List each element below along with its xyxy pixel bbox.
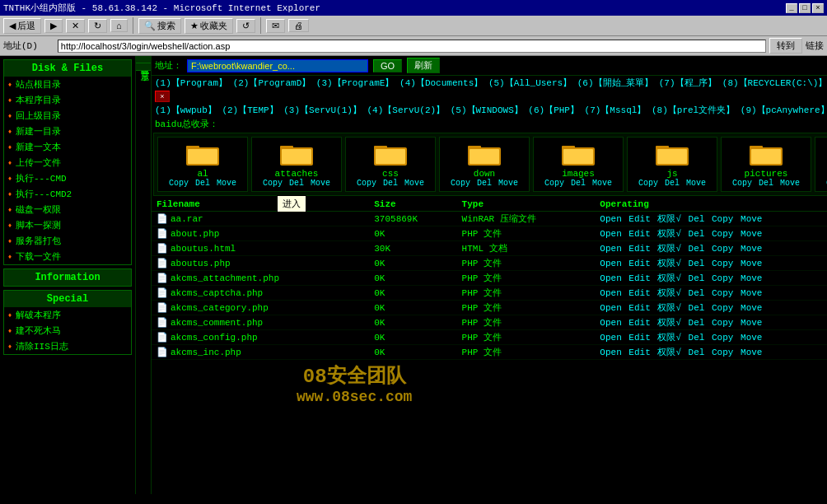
disk-files-title[interactable]: Disk & Files (4, 60, 131, 77)
folder-al[interactable]: al Copy Del Move (157, 137, 248, 192)
file-op-Open[interactable]: Open (600, 214, 621, 224)
bm1-4[interactable]: (4)【Documents】 (399, 78, 483, 88)
file-op-权限√[interactable]: 权限√ (657, 214, 681, 224)
file-op-Copy[interactable]: Copy (712, 244, 733, 254)
file-name[interactable]: akcms_attachment.php (171, 273, 279, 283)
file-op-Copy[interactable]: Copy (712, 229, 733, 239)
move-images[interactable]: Move (592, 179, 612, 188)
hide-tab[interactable]: 隐藏 (136, 56, 151, 63)
file-op-Open[interactable]: Open (600, 259, 621, 268)
folder-previews[interactable]: previews Copy Del Move (815, 137, 827, 192)
home-button[interactable]: ⌂ (110, 19, 128, 32)
move-pictures[interactable]: Move (780, 179, 800, 188)
bm1-7[interactable]: (7)【程_序】 (659, 78, 717, 88)
file-name[interactable]: aboutus.html (171, 244, 236, 254)
sidebar-item-permissions[interactable]: ⬧ 磁盘一权限 (4, 202, 131, 217)
file-op-Edit[interactable]: Edit (628, 273, 650, 283)
bm2-8[interactable]: (8)【prel文件夹】 (652, 105, 735, 115)
file-op-Move[interactable]: Move (741, 318, 762, 328)
del-images[interactable]: Del (571, 179, 586, 188)
sidebar-item-cmd[interactable]: ⬧ 执行---CMD (4, 170, 131, 186)
file-op-权限√[interactable]: 权限√ (657, 259, 681, 268)
copy-al[interactable]: Copy (169, 179, 189, 188)
stop-button[interactable]: ✕ (66, 19, 85, 33)
file-name[interactable]: akcms_inc.php (171, 348, 241, 357)
move-down[interactable]: Move (498, 179, 518, 188)
move-attaches[interactable]: Move (311, 179, 330, 188)
sidebar-item-cmd2[interactable]: ⬧ 执行---CMD2 (4, 186, 131, 202)
file-op-Open[interactable]: Open (600, 333, 621, 343)
file-op-Move[interactable]: Move (741, 259, 762, 268)
file-op-Open[interactable]: Open (600, 348, 621, 357)
move-css[interactable]: Move (404, 179, 424, 188)
folder-attaches[interactable]: attaches Copy Del Move 进入 (251, 137, 342, 192)
search-button[interactable]: 🔍 搜索 (138, 18, 181, 34)
file-op-Open[interactable]: Open (600, 318, 621, 328)
del-down[interactable]: Del (477, 179, 492, 188)
file-op-Open[interactable]: Open (600, 273, 621, 283)
file-op-权限√[interactable]: 权限√ (657, 333, 681, 343)
information-title[interactable]: Information (4, 269, 131, 286)
file-op-Edit[interactable]: Edit (628, 229, 650, 239)
file-op-Copy[interactable]: Copy (712, 318, 733, 328)
minimize-button[interactable]: _ (786, 3, 797, 13)
sidebar-item-program-dir[interactable]: ⬧ 本程序目录 (4, 92, 131, 108)
sidebar-item-trojan[interactable]: ⬧ 建不死木马 (4, 323, 131, 338)
file-op-Copy[interactable]: Copy (712, 288, 733, 298)
file-op-Open[interactable]: Open (600, 229, 621, 239)
del-pictures[interactable]: Del (759, 179, 773, 188)
move-js[interactable]: Move (686, 179, 706, 188)
bm1-5[interactable]: (5)【All_Users】 (488, 78, 572, 88)
copy-js[interactable]: Copy (638, 179, 658, 188)
sidebar-item-new-text[interactable]: ⬧ 新建一文本 (4, 139, 131, 155)
file-name[interactable]: akcms_config.php (171, 333, 258, 343)
file-op-Del[interactable]: Del (689, 288, 705, 298)
file-op-Copy[interactable]: Copy (712, 259, 733, 268)
sidebar-item-pack[interactable]: ⬧ 服务器打包 (4, 233, 131, 249)
back-button[interactable]: ◀ 后退 (3, 18, 41, 34)
bm1-3[interactable]: (3)【ProgramE】 (316, 78, 395, 88)
copy-pictures[interactable]: Copy (732, 179, 752, 188)
file-op-Move[interactable]: Move (741, 303, 762, 313)
refresh-button[interactable]: ↻ (88, 19, 107, 33)
file-op-权限√[interactable]: 权限√ (657, 244, 681, 254)
del-al[interactable]: Del (195, 179, 210, 188)
copy-css[interactable]: Copy (357, 179, 376, 188)
copy-down[interactable]: Copy (451, 179, 470, 188)
file-op-Del[interactable]: Del (689, 333, 705, 343)
close-button[interactable]: × (812, 3, 824, 13)
bm1-8[interactable]: (8)【RECYCLER(C:\)】 (722, 78, 827, 88)
bm2-2[interactable]: (2)【TEMP】 (222, 105, 278, 115)
file-op-Open[interactable]: Open (600, 288, 621, 298)
file-op-权限√[interactable]: 权限√ (657, 303, 681, 313)
del-css[interactable]: Del (383, 179, 398, 188)
file-op-权限√[interactable]: 权限√ (657, 318, 681, 328)
bm2-3[interactable]: (3)【ServU(1)】 (283, 105, 362, 115)
file-op-Copy[interactable]: Copy (712, 303, 733, 313)
stop-button-2[interactable]: × (155, 91, 170, 102)
move-al[interactable]: Move (217, 179, 236, 188)
file-op-Edit[interactable]: Edit (628, 333, 650, 343)
file-op-Del[interactable]: Del (689, 273, 705, 283)
copy-images[interactable]: Copy (544, 179, 564, 188)
forward-button[interactable]: ▶ (44, 19, 63, 33)
file-op-Edit[interactable]: Edit (628, 259, 650, 268)
file-op-Copy[interactable]: Copy (712, 214, 733, 224)
maximize-button[interactable]: □ (799, 3, 811, 13)
file-op-Del[interactable]: Del (689, 244, 705, 254)
copy-attaches[interactable]: Copy (263, 179, 283, 188)
file-op-Open[interactable]: Open (600, 244, 621, 254)
address-input[interactable] (58, 40, 766, 53)
favorites-button[interactable]: ★ 收藏夹 (185, 18, 233, 34)
file-name[interactable]: akcms_captcha.php (171, 288, 263, 298)
file-op-权限√[interactable]: 权限√ (657, 348, 681, 357)
file-op-Move[interactable]: Move (741, 333, 762, 343)
file-name[interactable]: about.php (171, 229, 219, 239)
file-name[interactable]: aboutus.php (171, 259, 231, 268)
file-name[interactable]: akcms_comment.php (171, 318, 263, 328)
bm2-9[interactable]: (9)【pcAnywhere】 (741, 105, 827, 115)
file-op-Copy[interactable]: Copy (712, 333, 733, 343)
file-op-Del[interactable]: Del (689, 259, 705, 268)
path-refresh-button[interactable]: 刷新 (407, 58, 440, 73)
file-op-Del[interactable]: Del (689, 229, 705, 239)
